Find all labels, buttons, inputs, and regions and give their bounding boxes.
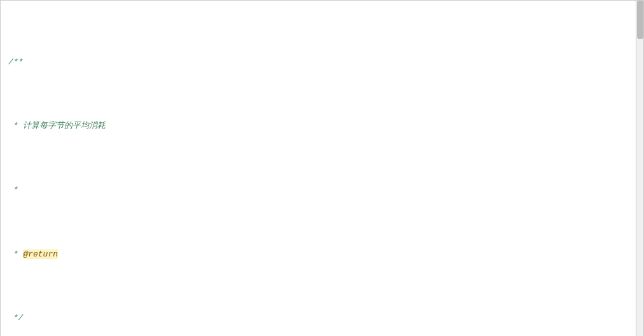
code-line-2: * 计算每字节的平均消耗	[1, 120, 643, 132]
code-line-3: *	[1, 184, 643, 197]
scrollbar[interactable]	[636, 1, 643, 336]
code-line-1: /**	[1, 56, 643, 69]
code-line-4: * @return	[1, 248, 643, 261]
scrollbar-thumb[interactable]	[637, 1, 643, 39]
code-container: /** * 计算每字节的平均消耗 * * @return */ private …	[0, 0, 644, 336]
code-line-5: */	[1, 312, 643, 325]
code-block: /** * 计算每字节的平均消耗 * * @return */ private …	[1, 1, 643, 336]
